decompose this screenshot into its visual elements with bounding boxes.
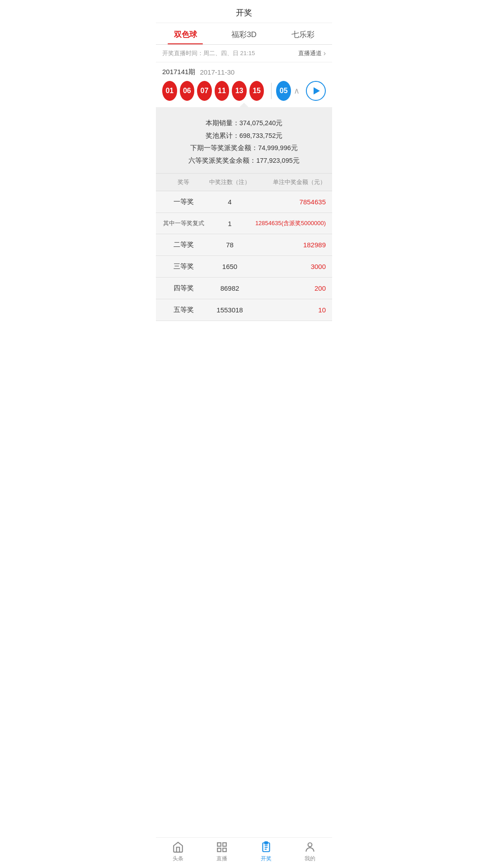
balls-actions: ∧ bbox=[294, 81, 326, 101]
grade-1-sub: 其中一等奖复式 bbox=[162, 219, 205, 227]
live-schedule: 开奖直播时间：周二、四、日 21:15 bbox=[162, 49, 255, 57]
prize-row-1: 一等奖 4 7854635 bbox=[156, 191, 332, 213]
issue-date: 2017-11-30 bbox=[200, 68, 235, 76]
amount-2: 182989 bbox=[255, 241, 326, 249]
issue-header: 2017141期 2017-11-30 bbox=[162, 68, 326, 76]
video-icon bbox=[314, 87, 320, 94]
ball-divider bbox=[271, 83, 272, 99]
amount-4: 200 bbox=[255, 284, 326, 292]
blue-ball-1: 05 bbox=[276, 81, 291, 101]
amount-5: 10 bbox=[255, 306, 326, 314]
red-ball-3: 07 bbox=[197, 81, 212, 101]
summary-sales: 本期销量：374,075,240元 bbox=[162, 117, 326, 130]
collapse-button[interactable]: ∧ bbox=[294, 86, 300, 96]
prize-table: 奖等 中奖注数（注） 单注中奖金额（元） 一等奖 4 7854635 其中一等奖… bbox=[156, 173, 332, 321]
header-col-count: 中奖注数（注） bbox=[205, 178, 254, 186]
amount-1: 7854635 bbox=[255, 198, 326, 206]
header-col-grade: 奖等 bbox=[162, 178, 205, 186]
amount-1-sub: 12854635(含派奖5000000) bbox=[255, 219, 326, 227]
prize-row-1-sub: 其中一等奖复式 1 12854635(含派奖5000000) bbox=[156, 213, 332, 234]
header-col-amount: 单注中奖金额（元） bbox=[255, 178, 326, 186]
red-ball-4: 11 bbox=[215, 81, 230, 101]
issue-section: 2017141期 2017-11-30 01 06 07 11 13 15 05… bbox=[156, 62, 332, 107]
tab-bar: 双色球 福彩3D 七乐彩 bbox=[156, 23, 332, 45]
prize-row-2: 二等奖 78 182989 bbox=[156, 234, 332, 256]
video-button[interactable] bbox=[306, 81, 326, 101]
prize-row-3: 三等奖 1650 3000 bbox=[156, 256, 332, 278]
count-1-sub: 1 bbox=[205, 220, 254, 227]
grade-2: 二等奖 bbox=[162, 241, 205, 249]
live-bar: 开奖直播时间：周二、四、日 21:15 直播通道 bbox=[156, 45, 332, 62]
red-ball-2: 06 bbox=[180, 81, 195, 101]
tab-qilecai[interactable]: 七乐彩 bbox=[273, 23, 332, 44]
count-3: 1650 bbox=[205, 263, 254, 270]
grade-5: 五等奖 bbox=[162, 306, 205, 314]
grade-1: 一等奖 bbox=[162, 198, 205, 206]
grade-4: 四等奖 bbox=[162, 284, 205, 292]
count-1: 4 bbox=[205, 198, 254, 206]
grade-3: 三等奖 bbox=[162, 262, 205, 271]
count-5: 1553018 bbox=[205, 306, 254, 314]
issue-number: 2017141期 bbox=[162, 68, 195, 76]
tab-fucai3d[interactable]: 福彩3D bbox=[215, 23, 273, 44]
tab-shuangseqiu[interactable]: 双色球 bbox=[156, 23, 215, 44]
count-2: 78 bbox=[205, 241, 254, 249]
count-4: 86982 bbox=[205, 284, 254, 292]
prize-row-5: 五等奖 1553018 10 bbox=[156, 299, 332, 321]
amount-3: 3000 bbox=[255, 263, 326, 270]
prize-table-header: 奖等 中奖注数（注） 单注中奖金额（元） bbox=[156, 173, 332, 191]
red-ball-6: 15 bbox=[249, 81, 264, 101]
red-ball-1: 01 bbox=[162, 81, 177, 101]
summary-sixth-remain: 六等奖派奖奖金余额：177,923,095元 bbox=[162, 155, 326, 167]
page-title: 开奖 bbox=[156, 0, 332, 23]
live-channel-button[interactable]: 直播通道 bbox=[298, 49, 326, 57]
summary-block: 本期销量：374,075,240元 奖池累计：698,733,752元 下期一等… bbox=[156, 113, 332, 173]
red-ball-5: 13 bbox=[232, 81, 247, 101]
summary-next-first: 下期一等奖派奖金额：74,999,996元 bbox=[162, 142, 326, 155]
details-panel: 本期销量：374,075,240元 奖池累计：698,733,752元 下期一等… bbox=[156, 107, 332, 321]
summary-pool: 奖池累计：698,733,752元 bbox=[162, 130, 326, 142]
prize-row-4: 四等奖 86982 200 bbox=[156, 278, 332, 299]
